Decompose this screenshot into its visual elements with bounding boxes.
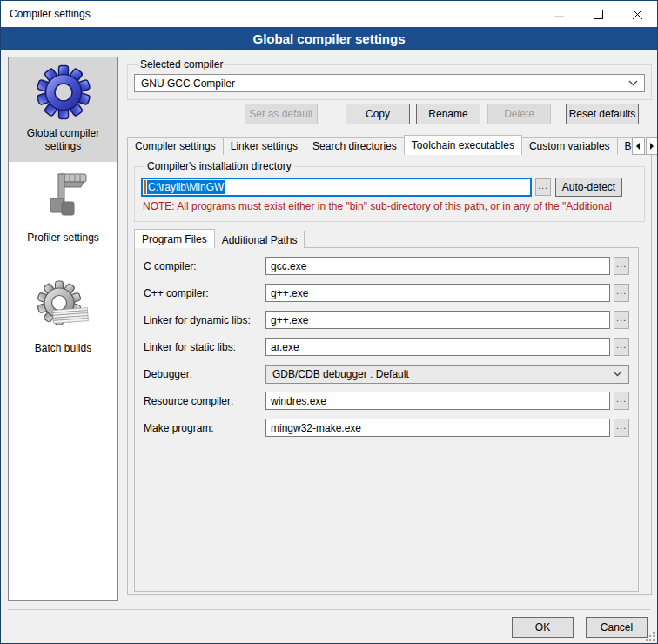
programs-tabbar: Program Files Additional Paths xyxy=(134,229,639,248)
resource-compiler-label: Resource compiler: xyxy=(144,395,265,407)
close-button[interactable] xyxy=(618,1,657,27)
minimize-icon xyxy=(554,10,564,19)
installation-directory-group-label: Compiler's installation directory xyxy=(144,160,294,172)
make-program-browse-button[interactable]: ... xyxy=(614,419,629,437)
installation-directory-row: C:\raylib\MinGW ... Auto-detect xyxy=(141,178,638,197)
debugger-label: Debugger: xyxy=(144,368,265,380)
tab-scroll-left-button[interactable] xyxy=(632,137,645,155)
main-panel: Selected compiler GNU GCC Compiler Set a… xyxy=(127,57,652,595)
arrow-right-icon xyxy=(649,143,655,150)
tab-compiler-settings[interactable]: Compiler settings xyxy=(127,137,224,155)
resource-compiler-input[interactable] xyxy=(265,392,610,410)
text-caret xyxy=(144,180,146,194)
settings-tabbar: Compiler settings Linker settings Search… xyxy=(127,135,652,155)
compiler-actions: Set as default Copy Rename Delete Reset … xyxy=(127,104,652,124)
debugger-select-value: GDB/CDB debugger : Default xyxy=(272,368,613,380)
cancel-button[interactable]: Cancel xyxy=(586,617,648,638)
maximize-icon xyxy=(594,10,603,19)
bin-subdirectory-note: NOTE: All programs must exist either in … xyxy=(143,200,636,212)
resize-grip[interactable] xyxy=(646,632,655,641)
caliper-icon xyxy=(36,169,91,225)
selected-compiler-group-label: Selected compiler xyxy=(138,58,225,70)
gear-blue-icon xyxy=(36,64,91,120)
tab-search-directories[interactable]: Search directories xyxy=(305,137,405,155)
make-program-row: Make program: ... xyxy=(144,419,629,437)
dialog-banner-title: Global compiler settings xyxy=(1,27,657,50)
dynamic-linker-browse-button[interactable]: ... xyxy=(614,311,629,329)
compiler-settings-dialog: Compiler settings Global compiler settin… xyxy=(0,0,658,644)
install-dir-input[interactable]: C:\raylib\MinGW xyxy=(141,178,532,197)
footer-separator xyxy=(8,609,650,610)
arrow-left-icon xyxy=(635,143,641,150)
compiler-select-value: GNU GCC Compiler xyxy=(141,77,628,90)
window-title: Compiler settings xyxy=(1,8,91,20)
static-linker-row: Linker for static libs: ... xyxy=(144,338,629,356)
settings-category-list: Global compiler settings Profiler settin… xyxy=(8,57,118,601)
titlebar: Compiler settings xyxy=(1,1,657,27)
tab-scroll-buttons xyxy=(632,137,658,155)
sidebar-item-global-compiler-settings[interactable]: Global compiler settings xyxy=(9,57,118,162)
tab-linker-settings[interactable]: Linker settings xyxy=(223,137,306,155)
c-compiler-input[interactable] xyxy=(265,257,610,275)
programs-notebook: Program Files Additional Paths C compile… xyxy=(134,229,639,592)
tab-toolchain-executables[interactable]: Toolchain executables xyxy=(404,135,522,155)
installation-directory-group: Compiler's installation directory C:\ray… xyxy=(134,160,645,222)
make-program-input[interactable] xyxy=(265,419,610,437)
tab-scroll-right-button[interactable] xyxy=(646,137,658,155)
copy-button[interactable]: Copy xyxy=(346,104,410,124)
static-linker-label: Linker for static libs: xyxy=(144,341,265,353)
sidebar-item-label: Profiler settings xyxy=(27,231,99,245)
c-compiler-row: C compiler: ... xyxy=(144,257,629,275)
dynamic-linker-label: Linker for dynamic libs: xyxy=(144,314,265,326)
window-controls xyxy=(540,1,657,27)
install-dir-selected-text: C:\raylib\MinGW xyxy=(147,180,225,194)
resource-compiler-browse-button[interactable]: ... xyxy=(614,392,629,410)
sidebar-item-profiler-settings[interactable]: Profiler settings xyxy=(9,162,118,253)
reset-defaults-button[interactable]: Reset defaults xyxy=(566,104,639,124)
compiler-select[interactable]: GNU GCC Compiler xyxy=(134,74,645,92)
sidebar-item-batch-builds[interactable]: Batch builds xyxy=(9,272,118,364)
c-compiler-browse-button[interactable]: ... xyxy=(614,257,629,275)
resource-compiler-row: Resource compiler: ... xyxy=(144,392,629,410)
chevron-down-icon xyxy=(613,371,622,377)
cpp-compiler-input[interactable] xyxy=(265,284,610,302)
tab-program-files[interactable]: Program Files xyxy=(134,229,215,248)
tab-build-options[interactable]: Build xyxy=(617,137,633,155)
static-linker-input[interactable] xyxy=(265,338,610,356)
cpp-compiler-label: C++ compiler: xyxy=(144,287,265,299)
set-as-default-button[interactable]: Set as default xyxy=(245,104,318,124)
c-compiler-label: C compiler: xyxy=(144,260,265,272)
auto-detect-button[interactable]: Auto-detect xyxy=(555,178,622,197)
close-icon xyxy=(633,10,642,19)
sidebar-item-label: Batch builds xyxy=(35,342,91,355)
delete-button[interactable]: Delete xyxy=(487,104,551,124)
debugger-row: Debugger: GDB/CDB debugger : Default xyxy=(144,365,629,383)
rename-button[interactable]: Rename xyxy=(416,104,480,124)
cpp-compiler-row: C++ compiler: ... xyxy=(144,284,629,302)
static-linker-browse-button[interactable]: ... xyxy=(614,338,629,356)
gear-stack-papers-icon xyxy=(36,279,91,335)
chevron-down-icon xyxy=(628,80,638,86)
install-dir-browse-button[interactable]: ... xyxy=(535,178,551,196)
tab-custom-variables[interactable]: Custom variables xyxy=(521,137,618,155)
dynamic-linker-input[interactable] xyxy=(265,311,610,329)
sidebar-item-label: Global compiler settings xyxy=(12,127,114,153)
make-program-label: Make program: xyxy=(144,422,265,434)
ok-button[interactable]: OK xyxy=(512,617,574,638)
tab-additional-paths[interactable]: Additional Paths xyxy=(214,231,306,248)
minimize-button[interactable] xyxy=(540,1,579,27)
maximize-button[interactable] xyxy=(579,1,618,27)
selected-compiler-group: Selected compiler GNU GCC Compiler xyxy=(127,58,652,100)
dynamic-linker-row: Linker for dynamic libs: ... xyxy=(144,311,629,329)
debugger-select[interactable]: GDB/CDB debugger : Default xyxy=(265,365,629,384)
cpp-compiler-browse-button[interactable]: ... xyxy=(614,284,629,302)
program-files-page: C compiler: ... C++ compiler: ... Linker… xyxy=(134,247,639,592)
toolchain-executables-page: Compiler's installation directory C:\ray… xyxy=(127,154,652,595)
